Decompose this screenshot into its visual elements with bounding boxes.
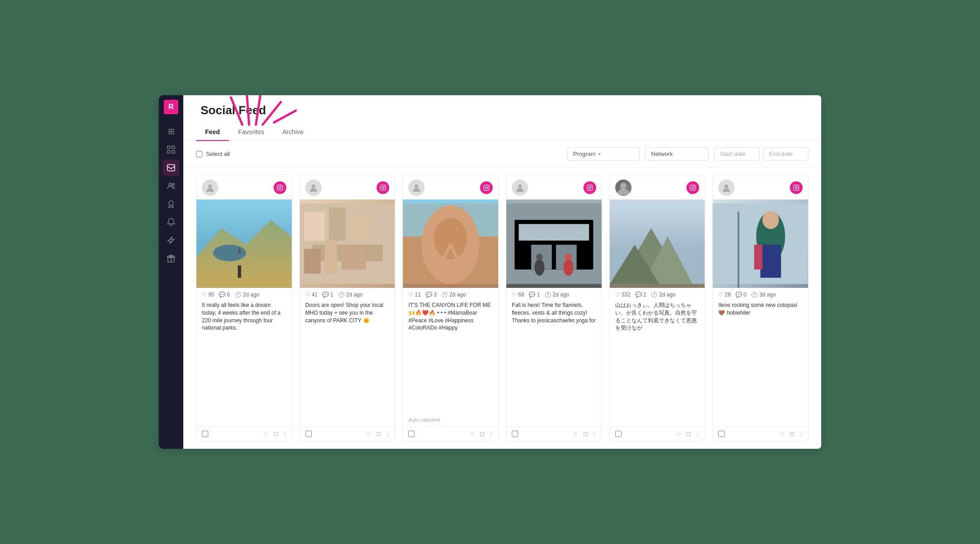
time-ago-6: 3d ago — [759, 291, 776, 298]
svg-point-39 — [485, 187, 488, 189]
comments-stat-2: 💬 1 — [322, 291, 333, 298]
svg-rect-17 — [277, 185, 283, 190]
svg-rect-1 — [172, 146, 175, 149]
likes-stat-2: ♡ 41 — [305, 291, 318, 298]
likes-count-2: 41 — [312, 291, 318, 298]
auto-captured-badge-3: Auto-captured — [403, 416, 498, 426]
card-caption-4: Fall is here! Time for flannels, fleeces… — [506, 300, 602, 426]
download-button-5[interactable]: ↓ — [696, 430, 699, 437]
svg-point-49 — [588, 187, 591, 189]
card-footer-6: ☆ ⊡ ↓ — [713, 426, 808, 441]
comment-icon-6: 💬 — [735, 291, 742, 298]
card-checkbox-3[interactable] — [408, 431, 415, 437]
archive-button-2[interactable]: ⊡ — [376, 430, 382, 437]
svg-rect-76 — [760, 245, 781, 278]
download-button-4[interactable]: ↓ — [593, 430, 596, 437]
archive-button-6[interactable]: ⊡ — [789, 430, 795, 437]
card-checkbox-6[interactable] — [718, 431, 725, 437]
comments-count-4: 1 — [537, 291, 540, 298]
svg-point-63 — [694, 186, 695, 186]
sidebar-item-notifications[interactable] — [163, 214, 179, 230]
svg-point-16 — [208, 185, 212, 188]
comments-stat-5: 💬 2 — [635, 291, 647, 298]
card-stats-1: ♡ 95 💬 6 🕐 2d ago — [196, 288, 292, 300]
download-button-3[interactable]: ↓ — [490, 430, 493, 437]
card-image-2 — [300, 199, 395, 288]
tabs: Feed Favorites Archive — [196, 124, 808, 141]
sidebar-item-dashboard[interactable]: ⊞ — [163, 123, 179, 140]
favorite-button-3[interactable]: ☆ — [469, 430, 475, 437]
svg-point-5 — [169, 183, 172, 186]
program-filter-label: Program — [573, 151, 596, 157]
archive-button-1[interactable]: ⊡ — [273, 430, 279, 437]
card-checkbox-1[interactable] — [202, 431, 208, 437]
card-checkbox-4[interactable] — [512, 431, 518, 437]
post-card-2: ♡ 41 💬 1 🕐 2d ago Doors are open! Shop y… — [299, 175, 396, 442]
network-filter[interactable]: Network — [645, 147, 709, 160]
favorite-button-1[interactable]: ☆ — [263, 430, 269, 437]
app-logo[interactable]: R — [164, 100, 178, 114]
download-button-1[interactable]: ↓ — [283, 430, 286, 437]
svg-point-6 — [172, 184, 175, 186]
favorite-button-5[interactable]: ☆ — [676, 430, 681, 437]
time-ago-3: 2d ago — [449, 291, 466, 298]
card-actions-3: ☆ ⊡ ↓ — [469, 430, 493, 437]
favorite-button-2[interactable]: ☆ — [366, 430, 372, 437]
svg-point-18 — [279, 187, 281, 189]
download-button-2[interactable]: ↓ — [386, 430, 389, 437]
likes-count-6: 28 — [725, 291, 730, 298]
sidebar-item-gifts[interactable] — [163, 250, 179, 267]
svg-point-47 — [518, 185, 522, 188]
svg-point-27 — [382, 187, 384, 189]
time-ago-1: 2d ago — [243, 291, 260, 298]
network-badge-4 — [583, 181, 596, 194]
favorite-button-6[interactable]: ☆ — [779, 430, 785, 437]
network-badge-5 — [686, 181, 699, 194]
svg-point-50 — [591, 186, 591, 186]
select-all-checkbox[interactable] — [196, 151, 202, 157]
heart-icon-1: ♡ — [202, 291, 207, 298]
card-checkbox-2[interactable] — [305, 431, 312, 437]
sidebar-item-awards[interactable] — [163, 196, 179, 212]
svg-point-37 — [415, 185, 418, 188]
post-card-1: ♡ 95 💬 6 🕐 2d ago It really all feels li… — [196, 175, 292, 442]
comments-stat-1: 💬 6 — [219, 291, 230, 298]
favorite-button-4[interactable]: ☆ — [573, 430, 578, 437]
svg-point-7 — [169, 201, 173, 205]
program-filter[interactable]: Program ▾ — [567, 147, 640, 160]
archive-button-3[interactable]: ⊡ — [480, 430, 485, 437]
start-date-input[interactable]: Start date — [714, 147, 760, 160]
comment-icon-4: 💬 — [529, 291, 535, 298]
card-stats-2: ♡ 41 💬 1 🕐 2d ago — [300, 288, 395, 300]
clock-icon-6: 🕐 — [751, 291, 758, 298]
sidebar-item-people[interactable] — [163, 178, 179, 194]
toolbar: Select all Program ▾ Network Start date … — [183, 141, 821, 167]
tab-archive[interactable]: Archive — [273, 124, 313, 141]
time-ago-2: 2d ago — [346, 291, 363, 298]
card-caption-3: IT'S THE CANYON LIFE FOR ME🙌🔥❤️🔥 • • • #… — [403, 300, 498, 416]
download-button-6[interactable]: ↓ — [799, 430, 803, 437]
card-checkbox-5[interactable] — [615, 431, 622, 437]
heart-icon-4: ♡ — [512, 291, 517, 298]
card-image-6 — [713, 199, 808, 288]
archive-button-4[interactable]: ⊡ — [583, 430, 588, 437]
sidebar-item-social[interactable] — [163, 160, 179, 176]
card-header-6 — [713, 175, 808, 199]
tab-favorites[interactable]: Favorites — [229, 124, 274, 141]
sidebar-item-widgets[interactable] — [163, 141, 179, 158]
time-stat-1: 🕐 2d ago — [235, 291, 260, 298]
card-actions-6: ☆ ⊡ ↓ — [779, 430, 803, 437]
card-header-5 — [610, 175, 705, 199]
time-ago-4: 2d ago — [553, 291, 569, 298]
archive-button-5[interactable]: ⊡ — [686, 430, 691, 437]
tab-feed[interactable]: Feed — [196, 124, 229, 141]
card-caption-6: Ilene rocking some new cotopaxi 🤎 hobieh… — [713, 300, 808, 426]
end-date-input[interactable]: End date — [763, 147, 808, 160]
sidebar-item-quick-actions[interactable] — [163, 232, 179, 248]
svg-point-56 — [534, 259, 544, 276]
card-header-2 — [300, 175, 395, 199]
select-all-label: Select all — [206, 151, 230, 157]
time-stat-4: 🕐 2d ago — [544, 291, 569, 298]
svg-marker-8 — [168, 237, 174, 244]
svg-point-60 — [620, 183, 627, 189]
